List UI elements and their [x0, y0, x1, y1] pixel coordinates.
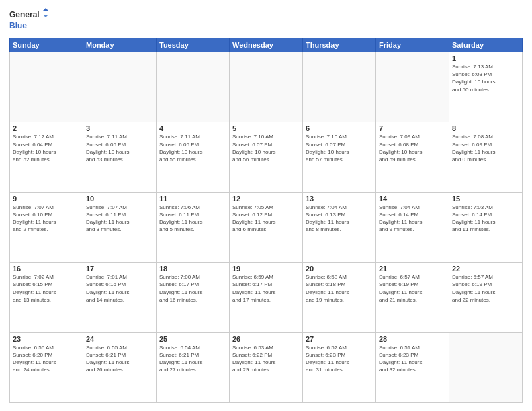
day-number: 4 [159, 124, 226, 132]
day-info: Sunrise: 7:04 AM Sunset: 6:13 PM Dayligh… [306, 203, 373, 234]
dow-header: Thursday [303, 38, 376, 52]
day-number: 15 [452, 195, 519, 203]
day-number: 19 [232, 265, 300, 273]
day-info: Sunrise: 7:10 AM Sunset: 6:07 PM Dayligh… [306, 133, 373, 163]
day-info: Sunrise: 7:12 AM Sunset: 6:04 PM Dayligh… [13, 133, 80, 163]
day-info: Sunrise: 7:11 AM Sunset: 6:06 PM Dayligh… [159, 133, 226, 163]
day-info: Sunrise: 7:05 AM Sunset: 6:12 PM Dayligh… [232, 203, 300, 234]
day-number: 6 [306, 124, 373, 132]
day-number: 22 [452, 265, 519, 273]
header: General Blue [9, 8, 523, 32]
day-number: 14 [379, 195, 446, 203]
dow-header: Friday [376, 38, 449, 52]
calendar-table: SundayMondayTuesdayWednesdayThursdayFrid… [9, 38, 523, 403]
day-info: Sunrise: 6:56 AM Sunset: 6:20 PM Dayligh… [13, 344, 80, 374]
day-info: Sunrise: 6:55 AM Sunset: 6:21 PM Dayligh… [86, 344, 153, 374]
page: General Blue SundayMondayTuesdayWednesda… [0, 0, 532, 411]
calendar-cell: 22Sunrise: 6:57 AM Sunset: 6:19 PM Dayli… [449, 263, 523, 332]
calendar-cell: 1Sunrise: 7:13 AM Sunset: 6:03 PM Daylig… [449, 52, 523, 122]
calendar-cell [303, 52, 376, 122]
day-number: 17 [86, 265, 153, 273]
calendar-week-row: 16Sunrise: 7:02 AM Sunset: 6:15 PM Dayli… [10, 263, 523, 332]
day-info: Sunrise: 6:51 AM Sunset: 6:23 PM Dayligh… [379, 344, 446, 374]
calendar-week-row: 9Sunrise: 7:07 AM Sunset: 6:10 PM Daylig… [10, 192, 523, 262]
day-info: Sunrise: 6:59 AM Sunset: 6:17 PM Dayligh… [232, 273, 300, 304]
day-number: 16 [13, 265, 80, 273]
day-number: 18 [159, 265, 226, 273]
days-of-week-row: SundayMondayTuesdayWednesdayThursdayFrid… [10, 38, 523, 52]
day-info: Sunrise: 7:06 AM Sunset: 6:11 PM Dayligh… [159, 203, 226, 234]
day-info: Sunrise: 7:03 AM Sunset: 6:14 PM Dayligh… [452, 203, 519, 234]
calendar-body: 1Sunrise: 7:13 AM Sunset: 6:03 PM Daylig… [10, 52, 523, 403]
calendar-cell: 25Sunrise: 6:54 AM Sunset: 6:21 PM Dayli… [157, 332, 230, 402]
day-number: 2 [13, 124, 80, 132]
day-info: Sunrise: 7:00 AM Sunset: 6:17 PM Dayligh… [159, 273, 226, 304]
calendar-week-row: 1Sunrise: 7:13 AM Sunset: 6:03 PM Daylig… [10, 52, 523, 122]
day-info: Sunrise: 6:58 AM Sunset: 6:18 PM Dayligh… [306, 273, 373, 304]
day-number: 10 [86, 195, 153, 203]
day-number: 27 [306, 335, 373, 343]
calendar-week-row: 23Sunrise: 6:56 AM Sunset: 6:20 PM Dayli… [10, 332, 523, 402]
calendar-cell: 4Sunrise: 7:11 AM Sunset: 6:06 PM Daylig… [157, 122, 230, 192]
calendar-cell [157, 52, 230, 122]
calendar-cell: 13Sunrise: 7:04 AM Sunset: 6:13 PM Dayli… [303, 192, 376, 262]
day-info: Sunrise: 7:13 AM Sunset: 6:03 PM Dayligh… [452, 63, 519, 93]
day-info: Sunrise: 6:53 AM Sunset: 6:22 PM Dayligh… [232, 344, 300, 374]
calendar-cell: 5Sunrise: 7:10 AM Sunset: 6:07 PM Daylig… [230, 122, 303, 192]
calendar-cell: 28Sunrise: 6:51 AM Sunset: 6:23 PM Dayli… [376, 332, 449, 402]
calendar-cell [230, 52, 303, 122]
day-info: Sunrise: 7:02 AM Sunset: 6:15 PM Dayligh… [13, 273, 80, 304]
day-number: 24 [86, 335, 153, 343]
day-number: 13 [306, 195, 373, 203]
calendar-cell: 17Sunrise: 7:01 AM Sunset: 6:16 PM Dayli… [83, 263, 157, 332]
calendar-cell: 23Sunrise: 6:56 AM Sunset: 6:20 PM Dayli… [10, 332, 83, 402]
calendar-cell [376, 52, 449, 122]
day-number: 23 [13, 335, 80, 343]
day-number: 12 [232, 195, 300, 203]
dow-header: Monday [83, 38, 157, 52]
svg-marker-3 [43, 15, 48, 17]
day-info: Sunrise: 7:10 AM Sunset: 6:07 PM Dayligh… [232, 133, 300, 163]
calendar-cell [10, 52, 83, 122]
day-info: Sunrise: 7:01 AM Sunset: 6:16 PM Dayligh… [86, 273, 153, 304]
calendar-cell [449, 332, 523, 402]
day-number: 28 [379, 335, 446, 343]
calendar-cell: 14Sunrise: 7:04 AM Sunset: 6:14 PM Dayli… [376, 192, 449, 262]
calendar-cell: 15Sunrise: 7:03 AM Sunset: 6:14 PM Dayli… [449, 192, 523, 262]
day-info: Sunrise: 7:09 AM Sunset: 6:08 PM Dayligh… [379, 133, 446, 163]
day-info: Sunrise: 7:07 AM Sunset: 6:11 PM Dayligh… [86, 203, 153, 234]
dow-header: Tuesday [157, 38, 230, 52]
day-info: Sunrise: 7:11 AM Sunset: 6:05 PM Dayligh… [86, 133, 153, 163]
day-info: Sunrise: 6:57 AM Sunset: 6:19 PM Dayligh… [379, 273, 446, 304]
calendar-cell: 6Sunrise: 7:10 AM Sunset: 6:07 PM Daylig… [303, 122, 376, 192]
calendar-cell: 16Sunrise: 7:02 AM Sunset: 6:15 PM Dayli… [10, 263, 83, 332]
day-number: 11 [159, 195, 226, 203]
calendar-cell [83, 52, 157, 122]
day-number: 21 [379, 265, 446, 273]
svg-text:Blue: Blue [9, 21, 27, 30]
day-info: Sunrise: 6:57 AM Sunset: 6:19 PM Dayligh… [452, 273, 519, 304]
calendar-cell: 27Sunrise: 6:52 AM Sunset: 6:23 PM Dayli… [303, 332, 376, 402]
calendar-cell: 2Sunrise: 7:12 AM Sunset: 6:04 PM Daylig… [10, 122, 83, 192]
calendar-cell: 18Sunrise: 7:00 AM Sunset: 6:17 PM Dayli… [157, 263, 230, 332]
day-number: 9 [13, 195, 80, 203]
day-info: Sunrise: 7:07 AM Sunset: 6:10 PM Dayligh… [13, 203, 80, 234]
logo-svg: General Blue [9, 8, 50, 32]
calendar-cell: 19Sunrise: 6:59 AM Sunset: 6:17 PM Dayli… [230, 263, 303, 332]
dow-header: Saturday [449, 38, 523, 52]
day-number: 7 [379, 124, 446, 132]
calendar-week-row: 2Sunrise: 7:12 AM Sunset: 6:04 PM Daylig… [10, 122, 523, 192]
calendar-cell: 12Sunrise: 7:05 AM Sunset: 6:12 PM Dayli… [230, 192, 303, 262]
calendar-cell: 24Sunrise: 6:55 AM Sunset: 6:21 PM Dayli… [83, 332, 157, 402]
day-info: Sunrise: 7:08 AM Sunset: 6:09 PM Dayligh… [452, 133, 519, 163]
day-number: 5 [232, 124, 300, 132]
calendar-cell: 11Sunrise: 7:06 AM Sunset: 6:11 PM Dayli… [157, 192, 230, 262]
day-number: 1 [452, 54, 519, 62]
day-number: 25 [159, 335, 226, 343]
calendar-cell: 7Sunrise: 7:09 AM Sunset: 6:08 PM Daylig… [376, 122, 449, 192]
calendar-cell: 21Sunrise: 6:57 AM Sunset: 6:19 PM Dayli… [376, 263, 449, 332]
calendar-cell: 20Sunrise: 6:58 AM Sunset: 6:18 PM Dayli… [303, 263, 376, 332]
calendar-cell: 26Sunrise: 6:53 AM Sunset: 6:22 PM Dayli… [230, 332, 303, 402]
day-info: Sunrise: 6:52 AM Sunset: 6:23 PM Dayligh… [306, 344, 373, 374]
day-number: 3 [86, 124, 153, 132]
